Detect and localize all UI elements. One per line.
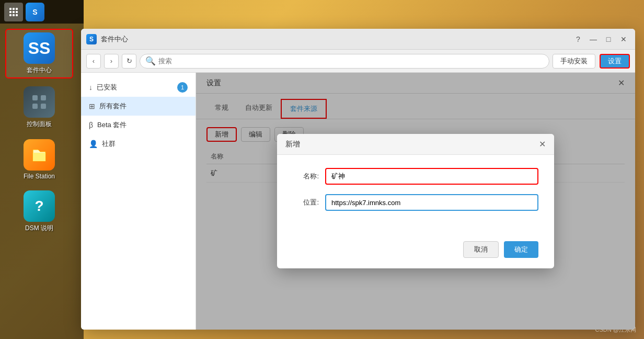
sidebar: ↓ 已安装 1 ⊞ 所有套件 β Beta 套件 👤 社群: [81, 73, 196, 330]
nav-back-button[interactable]: ‹: [86, 54, 101, 69]
community-label: 社群: [102, 139, 116, 149]
svg-rect-1: [41, 95, 46, 100]
url-field: 位置:: [293, 194, 538, 211]
svg-rect-3: [41, 104, 46, 109]
modal-dialog: 新增 ✕ 名称: 位置:: [277, 134, 554, 268]
settings-button[interactable]: 设置: [600, 54, 630, 69]
control-panel-label: 控制面板: [27, 120, 52, 129]
toolbar: ‹ › ↻ 🔍 手动安装 设置: [81, 50, 635, 73]
help-button[interactable]: ?: [572, 33, 584, 46]
search-box[interactable]: 🔍: [140, 54, 549, 69]
desktop-icon-file-station[interactable]: File Station: [5, 137, 73, 183]
taskbar: S S 套件中心: [0, 0, 84, 339]
name-field: 名称:: [293, 168, 538, 185]
window-controls: ? — □ ✕: [572, 33, 630, 46]
desktop: S S 套件中心: [0, 0, 644, 339]
package-taskbar-icon[interactable]: S: [26, 3, 44, 21]
file-station-label: File Station: [24, 173, 55, 180]
desktop-icon-control-panel[interactable]: 控制面板: [5, 84, 73, 131]
sidebar-item-all-packages[interactable]: ⊞ 所有套件: [81, 97, 196, 116]
url-input[interactable]: [325, 194, 538, 211]
search-icon: 🔍: [145, 56, 156, 66]
main-window: S 套件中心 ? — □ ✕ ‹ › ↻ 🔍 手动安装 设置: [81, 29, 635, 330]
installed-icon: ↓: [89, 83, 93, 92]
installed-label: 已安装: [97, 83, 117, 92]
desktop-icons: S 套件中心 控制面板: [5, 29, 73, 235]
desktop-icon-package-center[interactable]: S 套件中心: [5, 29, 73, 78]
sidebar-item-beta[interactable]: β Beta 套件: [81, 116, 196, 134]
community-icon: 👤: [89, 140, 98, 148]
modal-body: 名称: 位置:: [277, 155, 554, 233]
name-input[interactable]: [325, 168, 538, 185]
desktop-icon-dsm-help[interactable]: ? DSM 说明: [5, 188, 73, 235]
window-titlebar: S 套件中心 ? — □ ✕: [81, 29, 635, 50]
modal-footer: 取消 确定: [277, 233, 554, 268]
minimize-button[interactable]: —: [587, 33, 600, 46]
search-input[interactable]: [158, 57, 544, 65]
name-label: 名称:: [293, 172, 319, 181]
grid-view-icon[interactable]: [4, 3, 23, 21]
modal-header: 新增 ✕: [277, 134, 554, 155]
window-content: ↓ 已安装 1 ⊞ 所有套件 β Beta 套件 👤 社群: [81, 73, 635, 330]
close-button[interactable]: ✕: [617, 33, 630, 46]
manual-install-button[interactable]: 手动安装: [553, 54, 595, 69]
sidebar-item-installed[interactable]: ↓ 已安装 1: [81, 78, 196, 97]
confirm-button[interactable]: 确定: [504, 241, 538, 258]
modal-close-button[interactable]: ✕: [539, 139, 546, 149]
cancel-button[interactable]: 取消: [463, 241, 499, 258]
all-packages-icon: ⊞: [89, 102, 95, 110]
dsm-help-icon: ?: [24, 190, 55, 222]
toolbar-right: 手动安装 设置: [553, 54, 630, 69]
svg-rect-0: [32, 95, 38, 100]
window-title-icon: S: [86, 34, 97, 44]
dsm-help-label: DSM 说明: [25, 224, 53, 233]
package-center-label: 套件中心: [27, 66, 52, 75]
nav-refresh-button[interactable]: ↻: [122, 54, 136, 69]
modal-title: 新增: [285, 140, 300, 149]
installed-badge: 1: [177, 82, 188, 93]
beta-label: Beta 套件: [97, 120, 126, 130]
control-panel-icon: [24, 86, 55, 118]
package-center-icon: S: [24, 32, 55, 64]
file-station-icon: [24, 139, 55, 171]
all-packages-label: 所有套件: [99, 101, 126, 111]
sidebar-item-community[interactable]: 👤 社群: [81, 134, 196, 153]
main-panel: 设置 ✕ 常规 自动更新 套件来源 新增 编辑 删除: [196, 73, 635, 330]
modal-overlay: 新增 ✕ 名称: 位置:: [196, 73, 635, 330]
svg-rect-2: [32, 104, 38, 109]
beta-icon: β: [89, 121, 93, 129]
nav-forward-button[interactable]: ›: [104, 54, 119, 69]
top-bar: S: [0, 0, 84, 24]
maximize-button[interactable]: □: [602, 33, 615, 46]
window-title: 套件中心: [101, 35, 568, 44]
url-label: 位置:: [293, 198, 319, 207]
